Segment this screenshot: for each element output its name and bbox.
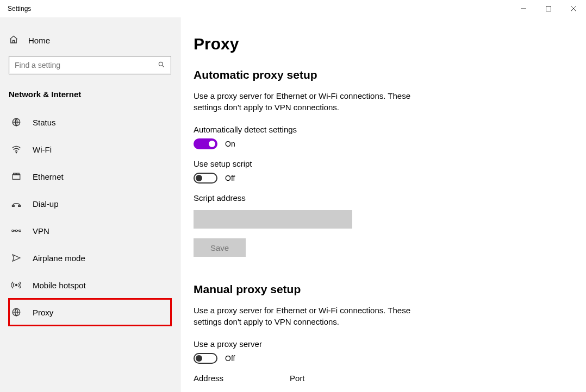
main-content: Proxy Automatic proxy setup Use a proxy … [180,17,586,392]
airplane-icon [10,253,23,263]
home-icon [9,35,18,46]
wifi-icon [10,144,23,154]
manual-section-desc: Use a proxy server for Ethernet or Wi-Fi… [194,305,433,327]
detect-settings-label: Automatically detect settings [194,125,573,134]
setup-script-toggle[interactable] [194,173,217,184]
use-proxy-state: Off [225,354,235,363]
save-button: Save [194,238,246,257]
detect-settings-state: On [225,140,235,148]
sidebar-item-label: Proxy [33,308,53,317]
setup-script-label: Use setup script [194,159,573,168]
svg-rect-6 [17,173,20,175]
home-label: Home [28,36,50,45]
ethernet-icon [10,172,23,181]
use-proxy-label: Use a proxy server [194,339,573,349]
sidebar-item-label: Status [33,118,56,127]
sidebar-item-label: Wi-Fi [33,145,52,154]
address-label: Address [194,374,223,383]
dialup-icon [10,199,23,208]
window-title: Settings [8,5,31,12]
sidebar-item-airplane-mode[interactable]: Airplane mode [9,244,171,271]
sidebar-item-label: Dial-up [33,199,59,208]
sidebar-item-status[interactable]: Status [9,109,171,136]
svg-point-10 [16,284,17,286]
sidebar-item-label: VPN [33,226,49,236]
sidebar: Home Network & Internet [0,17,180,392]
sidebar-item-wifi[interactable]: Wi-Fi [9,136,171,163]
close-button[interactable] [561,0,586,17]
auto-section-desc: Use a proxy server for Ethernet or Wi-Fi… [194,90,433,113]
vpn-icon [10,227,23,235]
port-label: Port [290,374,305,383]
svg-point-1 [159,62,163,66]
manual-section-title: Manual proxy setup [194,283,573,296]
category-heading: Network & Internet [9,74,171,109]
search-icon [158,61,165,70]
home-link[interactable]: Home [9,27,171,56]
maximize-button[interactable] [536,0,561,17]
sidebar-item-vpn[interactable]: VPN [9,217,171,244]
auto-section-title: Automatic proxy setup [194,68,573,81]
script-address-input [194,210,352,229]
sidebar-item-dialup[interactable]: Dial-up [9,190,171,217]
svg-rect-0 [546,7,551,11]
sidebar-item-mobile-hotspot[interactable]: Mobile hotspot [9,271,171,299]
setup-script-state: Off [225,174,235,182]
detect-settings-toggle[interactable] [194,138,217,149]
sidebar-item-ethernet[interactable]: Ethernet [9,163,171,190]
globe-icon [10,307,23,317]
sidebar-item-label: Airplane mode [33,254,85,263]
script-address-label: Script address [194,193,573,203]
sidebar-item-label: Mobile hotspot [33,281,86,290]
hotspot-icon [10,280,23,290]
search-input[interactable] [9,56,171,74]
page-title: Proxy [194,35,573,53]
minimize-button[interactable] [511,0,536,17]
sidebar-item-label: Ethernet [33,172,64,181]
status-icon [10,117,23,127]
svg-point-3 [16,152,17,153]
svg-rect-5 [14,173,16,175]
titlebar: Settings [0,0,586,17]
use-proxy-toggle[interactable] [194,353,217,364]
sidebar-item-proxy[interactable]: Proxy [9,299,171,326]
search-field[interactable] [15,61,158,69]
svg-point-9 [19,230,21,231]
